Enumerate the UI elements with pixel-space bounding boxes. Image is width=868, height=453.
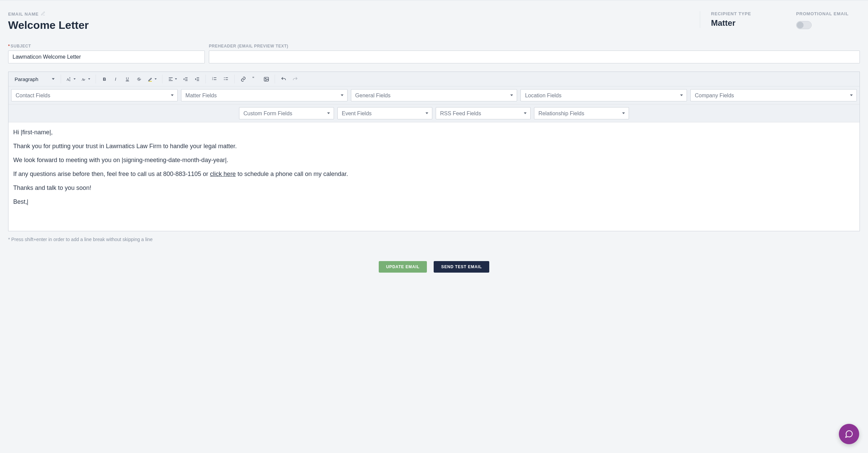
svg-text:1: 1 <box>212 77 213 78</box>
toggle-knob <box>797 22 804 28</box>
merge-fields-row-1: Contact Fields Matter Fields General Fie… <box>8 86 860 104</box>
font-size-button[interactable]: A <box>64 74 78 84</box>
edit-icon[interactable] <box>41 11 45 17</box>
email-name-title: Welcome Letter <box>8 19 689 32</box>
recipient-type-label: RECIPIENT TYPE <box>711 11 774 16</box>
editor: Paragraph A AF B I U S <box>8 72 860 231</box>
preheader-label: PREHEADER (EMAIL PREVIEW TEXT) <box>209 44 860 48</box>
merge-fields-row-2: Custom Form Fields Event Fields RSS Feed… <box>8 104 860 122</box>
body-line: We look forward to meeting with you on |… <box>13 156 855 165</box>
svg-text:F: F <box>84 78 86 81</box>
company-fields-select[interactable]: Company Fields <box>690 89 857 101</box>
rss-feed-fields-select[interactable]: RSS Feed Fields <box>436 107 531 119</box>
quote-button[interactable]: “ <box>250 74 260 84</box>
svg-text:“: “ <box>252 76 254 82</box>
action-row: UPDATE EMAIL SEND TEST EMAIL <box>8 261 860 273</box>
underline-button[interactable]: U <box>122 74 133 84</box>
general-fields-select[interactable]: General Fields <box>351 89 517 101</box>
custom-form-fields-select[interactable]: Custom Form Fields <box>239 107 334 119</box>
location-fields-select[interactable]: Location Fields <box>520 89 687 101</box>
svg-text:B: B <box>103 76 106 81</box>
event-fields-select[interactable]: Event Fields <box>337 107 432 119</box>
form-row: *SUBJECT PREHEADER (EMAIL PREVIEW TEXT) <box>8 44 860 63</box>
promotional-toggle[interactable] <box>796 21 812 29</box>
svg-text:2: 2 <box>212 79 213 80</box>
highlight-button[interactable] <box>145 74 159 84</box>
matter-fields-select[interactable]: Matter Fields <box>181 89 348 101</box>
image-button[interactable] <box>261 74 271 84</box>
svg-point-29 <box>265 78 266 79</box>
email-name-block: EMAIL NAME Welcome Letter <box>8 11 689 32</box>
subject-label: *SUBJECT <box>8 44 205 48</box>
preheader-input[interactable] <box>209 51 860 63</box>
strikethrough-button[interactable]: S <box>134 74 144 84</box>
align-button[interactable] <box>166 74 179 84</box>
svg-point-24 <box>224 79 224 80</box>
body-line: Best, <box>13 197 855 206</box>
svg-text:I: I <box>115 76 116 81</box>
ordered-list-button[interactable]: 12 <box>209 74 219 84</box>
body-line: Thanks and talk to you soon! <box>13 183 855 193</box>
unordered-list-button[interactable] <box>221 74 231 84</box>
send-test-email-button[interactable]: SEND TEST EMAIL <box>434 261 489 273</box>
indent-decrease-button[interactable] <box>180 74 191 84</box>
svg-point-23 <box>224 77 224 78</box>
body-line: If any questions arise before then, feel… <box>13 170 855 179</box>
bold-button[interactable]: B <box>99 74 110 84</box>
body-line: Thank you for putting your trust in Lawm… <box>13 142 855 151</box>
recipient-type-value: Matter <box>711 18 774 28</box>
subject-input[interactable] <box>8 51 205 63</box>
editor-body[interactable]: Hi |first-name|, Thank you for putting y… <box>8 122 860 231</box>
click-here-link[interactable]: click here <box>210 171 236 177</box>
format-select[interactable]: Paragraph <box>11 74 57 84</box>
body-line: Hi |first-name|, <box>13 128 855 137</box>
promotional-label: PROMOTIONAL EMAIL <box>796 11 860 16</box>
svg-text:U: U <box>126 77 129 81</box>
editor-hint: * Press shift+enter in order to add a li… <box>8 237 860 242</box>
undo-button[interactable] <box>278 74 289 84</box>
header-row: EMAIL NAME Welcome Letter RECIPIENT TYPE… <box>8 11 860 32</box>
indent-increase-button[interactable] <box>192 74 202 84</box>
promotional-block: PROMOTIONAL EMAIL <box>785 11 860 31</box>
toolbar: Paragraph A AF B I U S <box>8 72 860 86</box>
svg-text:A: A <box>66 77 70 81</box>
contact-fields-select[interactable]: Contact Fields <box>11 89 178 101</box>
link-button[interactable] <box>238 74 248 84</box>
email-name-label: EMAIL NAME <box>8 12 39 17</box>
redo-button[interactable] <box>290 74 300 84</box>
update-email-button[interactable]: UPDATE EMAIL <box>379 261 427 273</box>
italic-button[interactable]: I <box>111 74 121 84</box>
recipient-type-block: RECIPIENT TYPE Matter <box>700 11 774 28</box>
font-family-button[interactable]: AF <box>79 74 92 84</box>
relationship-fields-select[interactable]: Relationship Fields <box>534 107 629 119</box>
